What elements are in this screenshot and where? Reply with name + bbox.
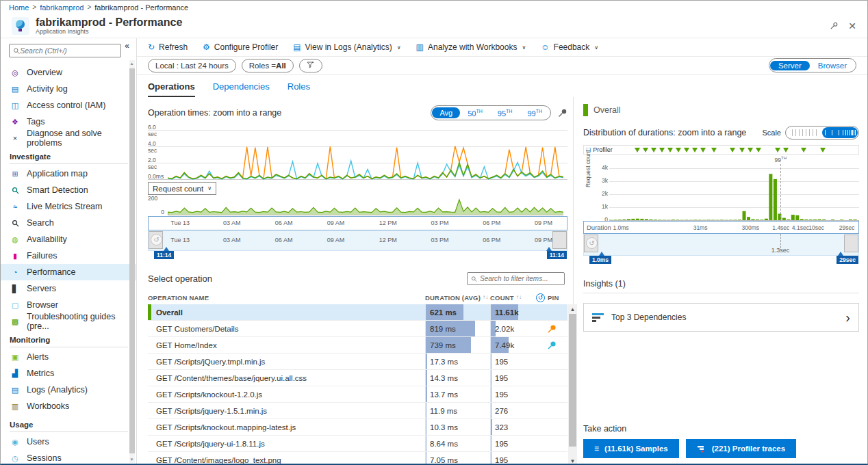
sidebar-search[interactable] — [9, 44, 121, 57]
table-row[interactable]: GET /Scripts/jquery-ui-1.8.11.js8.64 ms1… — [148, 436, 567, 452]
feedback-button[interactable]: ☺Feedback∨ — [541, 42, 598, 52]
sidebar-item-access-control-iam[interactable]: ◫Access control (IAM) — [1, 97, 136, 114]
time-range-brush[interactable]: Tue 1303 AM06 AM09 AM12 PM03 PM06 PM09 P… — [148, 230, 567, 251]
toggle-browser[interactable]: Browser — [810, 61, 855, 70]
scroll-down-icon[interactable]: ▼ — [129, 457, 135, 462]
profiler-trace-marker[interactable] — [692, 148, 698, 152]
profiler-trace-marker[interactable] — [676, 148, 681, 152]
sidebar-item-logs-analytics[interactable]: ▤Logs (Analytics) — [1, 382, 136, 398]
col-operation-name[interactable]: OPERATION NAME — [148, 294, 425, 302]
brush-handle-left[interactable]: ↺ — [584, 235, 598, 252]
duration-histogram[interactable]: Request count 4k3k2k1k099TH — [583, 156, 859, 221]
brush-handle-right[interactable] — [844, 235, 858, 252]
brush-reset-icon[interactable]: ↺ — [151, 234, 162, 245]
sidebar-item-availability[interactable]: ◍Availability — [1, 231, 136, 248]
tab-roles[interactable]: Roles — [288, 81, 310, 97]
percentile-avg[interactable]: Avg — [432, 107, 460, 118]
table-row[interactable]: GET /Scripts/jQuery.tmpl.min.js17.3 ms19… — [148, 354, 567, 370]
refresh-button[interactable]: ↻Refresh — [148, 42, 188, 52]
sidebar-item-smart-detection[interactable]: Smart Detection — [1, 182, 136, 198]
sidebar-scrollbar[interactable]: ▲ ▼ — [129, 60, 135, 463]
profiler-trace-marker[interactable] — [820, 148, 826, 152]
duration-range-brush[interactable]: 1.3sec↺1.0ms29sec — [583, 234, 859, 256]
scale-linear-option[interactable] — [789, 129, 819, 136]
profiler-traces-button[interactable]: (221) Profiler traces — [686, 439, 796, 458]
sidebar-item-alerts[interactable]: ▣Alerts — [1, 349, 136, 365]
profiler-trace-marker[interactable] — [801, 148, 806, 152]
toggle-server[interactable]: Server — [770, 61, 810, 70]
operation-times-chart[interactable]: 6.0 sec4.0 sec2.0 sec0.0ms — [148, 123, 567, 181]
profiler-trace-marker[interactable] — [651, 148, 656, 152]
profiler-trace-marker[interactable] — [659, 148, 665, 152]
profiler-trace-marker[interactable] — [775, 148, 780, 152]
table-row[interactable]: GET /Scripts/jquery-1.5.1.min.js11.9 ms2… — [148, 403, 567, 419]
scroll-up-icon[interactable]: ▲ — [568, 306, 577, 313]
brush-reset-icon[interactable]: ↺ — [586, 237, 598, 249]
scroll-up-icon[interactable]: ▲ — [129, 62, 135, 66]
sidebar-item-metrics[interactable]: ▟Metrics — [1, 365, 136, 382]
percentile-99[interactable]: 99TH — [520, 107, 550, 119]
sidebar-item-sessions[interactable]: ◷Sessions — [1, 450, 136, 464]
time-range-pill[interactable]: Local : Last 24 hours — [148, 59, 236, 72]
profiler-trace-marker[interactable] — [730, 148, 735, 152]
col-duration[interactable]: DURATION (AVG)↑↓ — [425, 294, 490, 302]
tab-operations[interactable]: Operations — [148, 81, 195, 97]
samples-button[interactable]: ≡(11.61k) Samples — [583, 439, 679, 458]
sidebar-item-live-metrics-stream[interactable]: ≈Live Metrics Stream — [1, 198, 136, 215]
table-row[interactable]: GET /Scripts/knockout.mapping-latest.js1… — [148, 419, 567, 436]
pushpin-icon[interactable] — [547, 341, 557, 350]
sidebar-item-troubleshooting-guides-pre[interactable]: ▩Troubleshooting guides (pre... — [1, 313, 136, 330]
table-row[interactable]: GET /Content/themes/base/jquery.ui.all.c… — [148, 370, 567, 386]
profiler-trace-marker[interactable] — [684, 148, 689, 152]
profiler-trace-marker[interactable] — [643, 148, 648, 152]
sidebar-item-servers[interactable]: ▋Servers — [1, 280, 136, 297]
sidebar-search-input[interactable] — [20, 46, 117, 55]
sidebar-item-browser[interactable]: ▢Browser — [1, 297, 136, 313]
percentile-50[interactable]: 50TH — [460, 107, 490, 119]
profiler-trace-marker[interactable] — [635, 148, 640, 152]
view-in-logs-analytics--button[interactable]: ▤View in Logs (Analytics)∨ — [293, 42, 400, 52]
sidebar-item-workbooks[interactable]: ▥Workbooks — [1, 398, 136, 414]
brush-handle-left[interactable]: ↺ — [149, 231, 163, 249]
scroll-down-icon[interactable]: ▼ — [568, 458, 577, 464]
sidebar-collapse-icon[interactable]: « — [125, 41, 129, 51]
profiler-trace-marker[interactable] — [756, 148, 761, 152]
profiler-trace-marker[interactable] — [700, 148, 706, 152]
profiler-trace-marker[interactable] — [783, 148, 789, 152]
request-count-chart[interactable]: 2000 — [148, 196, 567, 215]
scale-log-option[interactable] — [822, 127, 858, 138]
pin-blade-icon[interactable] — [830, 21, 839, 30]
table-row[interactable]: GET Customers/Details819 ms2.02k — [148, 321, 567, 337]
insight-card-top3-dependencies[interactable]: Top 3 Dependencies › — [583, 303, 859, 332]
sidebar-item-performance[interactable]: ◔Performance — [1, 264, 136, 280]
pushpin-icon[interactable] — [547, 324, 557, 334]
sidebar-item-users[interactable]: ◉Users — [1, 434, 136, 450]
close-icon[interactable]: ✕ — [848, 21, 856, 31]
add-filter-pill[interactable] — [299, 59, 322, 72]
table-scrollbar[interactable]: ▲ ▼ — [568, 304, 577, 465]
profiler-trace-marker[interactable] — [748, 148, 753, 152]
table-filter-input[interactable] — [480, 275, 561, 282]
metric-selector[interactable]: Request count ∨ — [148, 182, 216, 195]
tab-dependencies[interactable]: Dependencies — [213, 81, 270, 97]
sidebar-item-overview[interactable]: ◎Overview — [1, 64, 136, 81]
reset-icon[interactable]: ↺ — [536, 293, 545, 302]
sidebar-item-diagnose-and-solve-problems[interactable]: ×Diagnose and solve problems — [1, 130, 136, 146]
table-row[interactable]: Overall621 ms11.61k — [148, 304, 567, 321]
profiler-trace-marker[interactable] — [667, 148, 673, 152]
table-row[interactable]: GET /Scripts/knockout-1.2.0.js13.7 ms195 — [148, 386, 567, 403]
breadcrumb-home[interactable]: Home — [9, 3, 29, 12]
profiler-trace-marker[interactable] — [711, 148, 717, 152]
sidebar-item-application-map[interactable]: ⊞Application map — [1, 165, 136, 182]
profiler-trace-marker[interactable] — [739, 148, 745, 152]
percentile-95[interactable]: 95TH — [490, 107, 520, 119]
table-row[interactable]: GET Home/Index739 ms7.49k — [148, 337, 567, 354]
breadcrumb-resource[interactable]: fabrikamprod — [40, 3, 84, 12]
sidebar-item-activity-log[interactable]: ▤Activity log — [1, 81, 136, 97]
pin-chart-icon[interactable] — [558, 108, 567, 118]
brush-handle-right[interactable] — [552, 231, 567, 249]
table-filter[interactable] — [467, 272, 565, 285]
sidebar-item-search[interactable]: Search — [1, 215, 136, 231]
configure-profiler-button[interactable]: ⚙Configure Profiler — [203, 42, 278, 52]
col-count[interactable]: COUNT↑↓ — [490, 294, 536, 302]
